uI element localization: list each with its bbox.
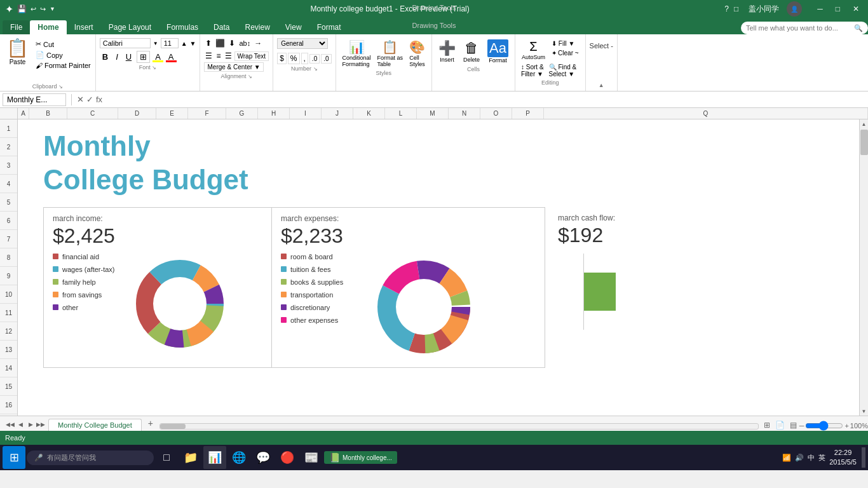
maximize-button[interactable]: □ [832,4,844,13]
format-button[interactable]: Aa Format [485,38,511,65]
taskbar-file-explorer[interactable]: 📁 [179,446,202,469]
cell-styles-button[interactable]: 🎨 CellStyles [407,38,428,69]
decimal-decrease-icon[interactable]: .0 [321,54,331,64]
insert-button[interactable]: ➕ Insert [436,39,458,64]
font-size-input[interactable] [161,38,179,48]
font-dropdown-icon[interactable]: ▼ [153,41,158,46]
start-button[interactable]: ⊞ [3,446,25,469]
add-sheet-button[interactable]: + [144,417,157,430]
quick-access-dropdown[interactable]: ▼ [50,6,55,12]
align-right-icon[interactable]: ☰ [224,51,233,61]
scroll-sheets-left[interactable]: ◀◀ [5,419,15,430]
taskbar-news[interactable]: 📰 [300,446,323,469]
tab-view[interactable]: View [278,20,309,34]
align-bottom-icon[interactable]: ⬇ [227,38,236,48]
vertical-scrollbar[interactable]: ▲ ▼ [859,119,868,416]
conditional-formatting-button[interactable]: 📊 ConditionalFormatting [340,38,374,69]
insert-function-icon[interactable]: fx [96,95,102,104]
taskbar-weibo[interactable]: 🔴 [276,446,299,469]
tab-formulas[interactable]: Formulas [159,20,206,34]
minimize-button[interactable]: ─ [813,4,827,13]
align-left-icon[interactable]: ☰ [204,51,214,61]
clear-button[interactable]: ✦Clear ~ [549,49,581,57]
scroll-thumb[interactable] [860,130,868,155]
find-select-button[interactable]: 🔍 Find &Select ▼ [547,63,579,78]
quick-access-undo[interactable]: ↩ [31,5,36,13]
close-button[interactable]: ✕ [849,4,863,13]
copy-button[interactable]: 📄 Copy [34,50,93,60]
sheet-tab-monthly[interactable]: Monthly College Budget [48,419,142,431]
sort-filter-button[interactable]: ↕ Sort &Filter ▼ [519,63,546,78]
accounting-icon[interactable]: $ [277,53,287,64]
border-button[interactable]: ⊞ [137,51,150,63]
zoom-in-icon[interactable]: + [844,422,848,430]
tab-data[interactable]: Data [206,20,237,34]
sheet-content[interactable]: Monthly College Budget march income: $2,… [18,119,859,416]
taskbar-browser[interactable]: 🌐 [227,446,250,469]
taskbar-show-desktop[interactable] [862,447,865,468]
tab-page-layout[interactable]: Page Layout [101,20,159,34]
align-center-icon[interactable]: ≡ [215,51,222,61]
align-middle-icon[interactable]: ⬛ [214,38,226,48]
view-page-layout-icon[interactable]: 📄 [773,421,787,430]
tab-file[interactable]: File [3,20,30,34]
fill-color-button[interactable]: A [153,51,163,62]
taskbar-excel-app[interactable]: 📊 [203,446,226,469]
orientation-icon[interactable]: ab↕ [238,39,252,48]
formula-input[interactable] [105,95,865,104]
format-as-table-button[interactable]: 📋 Format asTable [375,38,406,69]
quick-access-save[interactable]: 💾 [17,4,27,13]
h-scroll-thumb[interactable] [160,424,186,429]
number-format-select[interactable]: General Number Currency [277,38,328,49]
select-button[interactable]: Select - [590,42,613,50]
taskbar-excel-running[interactable]: 📗 Monthly college... [324,451,397,464]
format-painter-button[interactable]: 🖌 Format Painter [34,61,93,70]
align-top-icon[interactable]: ⬆ [204,38,213,48]
underline-button[interactable]: U [123,51,134,62]
help-icon[interactable]: ? [724,4,729,13]
scroll-down-arrow[interactable]: ▼ [860,407,869,416]
drawing-tools-label: Drawing Tools [412,4,456,11]
paste-button[interactable]: 📋 Paste [3,38,32,67]
font-name-input[interactable] [100,38,151,48]
font-size-down-icon[interactable]: ▼ [190,40,196,47]
zoom-out-icon[interactable]: ─ [799,422,804,430]
indent-increase-icon[interactable]: → [253,38,263,48]
confirm-formula-icon[interactable]: ✓ [86,95,93,104]
horizontal-scrollbar[interactable] [157,423,761,430]
tab-insert[interactable]: Insert [67,20,101,34]
font-color-button[interactable]: A [166,51,177,62]
percent-icon[interactable]: % [288,53,300,64]
search-input[interactable] [741,22,868,34]
scroll-sheets-right[interactable]: ▶▶ [36,419,46,430]
quick-access-redo[interactable]: ↪ [40,5,46,13]
taskbar-search-box[interactable]: 🎤 有问题尽管问我 [27,451,154,465]
scroll-sheets-prev[interactable]: ◀ [15,419,25,430]
delete-button[interactable]: 🗑 Delete [461,39,482,64]
taskbar-chat[interactable]: 💬 [252,446,275,469]
taskbar-task-view[interactable]: □ [155,446,178,469]
cancel-formula-icon[interactable]: ✕ [77,95,84,104]
view-normal-icon[interactable]: ⊞ [761,421,773,430]
comma-icon[interactable]: , [301,53,308,64]
row-headers: 1 2 3 4 5 6 7 8 9 10 11 12 13 14 15 16 [0,119,18,416]
name-box[interactable] [3,93,66,106]
zoom-slider[interactable] [805,423,843,428]
font-size-up-icon[interactable]: ▲ [181,40,187,47]
scroll-up-arrow[interactable]: ▲ [860,119,869,128]
tab-format[interactable]: Format [309,20,349,34]
ribbon: 📋 Paste ✂ Cut 📄 Copy 🖌 Format Painter Cl… [0,34,868,92]
tab-review[interactable]: Review [237,20,277,34]
italic-button[interactable]: I [113,51,121,62]
fill-button[interactable]: ⬇ Fill ▼ [549,39,581,48]
merge-center-button[interactable]: Merge & Center ▼ [204,62,263,72]
bold-button[interactable]: B [100,51,111,62]
scroll-sheets-next[interactable]: ▶ [25,419,36,430]
ribbon-collapse-icon[interactable]: □ [734,4,738,13]
wrap-text-icon[interactable]: Wrap Text [234,51,269,61]
view-page-break-icon[interactable]: ▤ [787,421,799,430]
cut-button[interactable]: ✂ Cut [34,39,93,49]
autosum-button[interactable]: Σ AutoSum [519,38,548,62]
decimal-increase-icon[interactable]: .0 [309,54,320,64]
tab-home[interactable]: Home [30,20,66,34]
